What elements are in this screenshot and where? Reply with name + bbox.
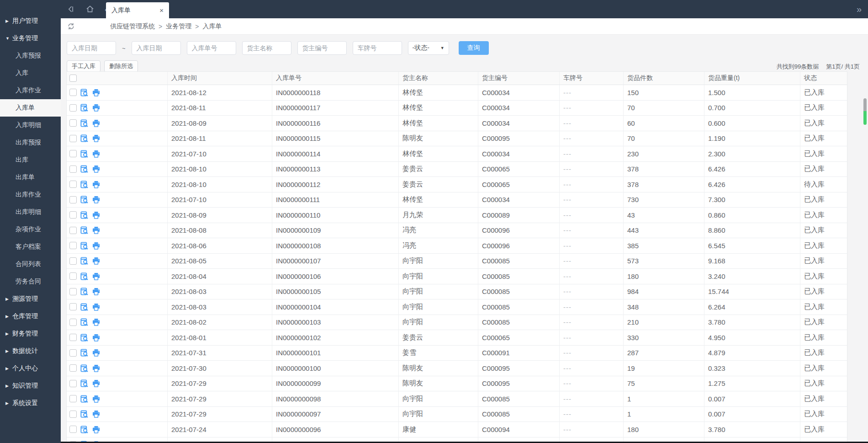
row-checkbox[interactable] — [69, 334, 77, 341]
sidebar-item[interactable]: 出库作业 — [0, 186, 61, 203]
view-detail-icon[interactable] — [80, 410, 89, 418]
scrollbar-thumb[interactable] — [863, 98, 867, 111]
print-icon[interactable] — [92, 134, 101, 143]
sidebar-item[interactable]: ▶ 数据统计 — [0, 342, 61, 360]
print-icon[interactable] — [92, 226, 101, 235]
view-detail-icon[interactable] — [80, 379, 89, 388]
row-checkbox[interactable] — [69, 303, 77, 310]
view-detail-icon[interactable] — [80, 195, 89, 204]
print-icon[interactable] — [92, 256, 101, 265]
sidebar-item[interactable]: ▶ 用户管理 — [0, 12, 61, 30]
back-to-start-icon[interactable] — [66, 5, 75, 14]
sidebar-item[interactable]: ▶ 个人中心 — [0, 360, 61, 377]
view-detail-icon[interactable] — [80, 103, 89, 112]
date-to-input[interactable] — [132, 41, 181, 55]
row-checkbox[interactable] — [69, 380, 77, 387]
row-checkbox[interactable] — [69, 135, 77, 142]
scroll-tabs-right-icon[interactable]: » — [857, 5, 862, 14]
print-icon[interactable] — [92, 395, 101, 403]
sidebar-item[interactable]: ▶ 溯源管理 — [0, 290, 61, 308]
print-icon[interactable] — [92, 149, 101, 158]
print-icon[interactable] — [92, 287, 101, 296]
view-detail-icon[interactable] — [80, 318, 89, 326]
row-checkbox[interactable] — [69, 150, 77, 157]
view-detail-icon[interactable] — [80, 256, 89, 265]
print-icon[interactable] — [92, 364, 101, 373]
sidebar-item[interactable]: 出库 — [0, 151, 61, 169]
manual-inbound-button[interactable]: 手工入库 — [67, 60, 101, 72]
view-detail-icon[interactable] — [80, 287, 89, 296]
print-icon[interactable] — [92, 348, 101, 357]
sidebar-item[interactable]: 入库单 — [0, 99, 61, 117]
row-checkbox[interactable] — [69, 426, 77, 433]
search-button[interactable]: 查询 — [459, 41, 489, 55]
print-icon[interactable] — [92, 88, 101, 97]
row-checkbox[interactable] — [69, 89, 77, 96]
status-select[interactable]: -状态- ▼ — [408, 41, 449, 55]
view-detail-icon[interactable] — [80, 165, 89, 173]
row-checkbox[interactable] — [69, 349, 77, 357]
row-checkbox[interactable] — [69, 257, 77, 265]
print-icon[interactable] — [92, 211, 101, 219]
sidebar-item[interactable]: ▶ 知识管理 — [0, 377, 61, 395]
view-detail-icon[interactable] — [80, 303, 89, 311]
tab-inbound-orders[interactable]: 入库单 × — [106, 2, 169, 18]
select-all-checkbox[interactable] — [69, 75, 77, 82]
owner-name-input[interactable] — [242, 41, 291, 55]
view-detail-icon[interactable] — [80, 119, 89, 128]
sidebar-item[interactable]: 入库明细 — [0, 117, 61, 134]
view-detail-icon[interactable] — [80, 333, 89, 342]
row-checkbox[interactable] — [69, 196, 77, 203]
refresh-icon[interactable] — [67, 22, 75, 31]
delete-selected-button[interactable]: 删除所选 — [104, 60, 138, 72]
print-icon[interactable] — [92, 333, 101, 342]
row-checkbox[interactable] — [69, 288, 77, 295]
view-detail-icon[interactable] — [80, 425, 89, 434]
print-icon[interactable] — [92, 165, 101, 173]
sidebar-item[interactable]: 杂项作业 — [0, 221, 61, 238]
sidebar-item[interactable]: 入库预报 — [0, 47, 61, 64]
sidebar-item[interactable]: ▶ 财务管理 — [0, 325, 61, 342]
view-detail-icon[interactable] — [80, 364, 89, 373]
view-detail-icon[interactable] — [80, 348, 89, 357]
view-detail-icon[interactable] — [80, 241, 89, 250]
row-checkbox[interactable] — [69, 227, 77, 234]
print-icon[interactable] — [92, 410, 101, 418]
print-icon[interactable] — [92, 303, 101, 311]
row-checkbox[interactable] — [69, 165, 77, 173]
plate-no-input[interactable] — [353, 41, 402, 55]
row-checkbox[interactable] — [69, 411, 77, 418]
print-icon[interactable] — [92, 180, 101, 189]
sidebar-item[interactable]: ▶ 仓库管理 — [0, 308, 61, 325]
print-icon[interactable] — [92, 119, 101, 128]
vertical-scrollbar[interactable] — [863, 98, 867, 125]
row-checkbox[interactable] — [69, 242, 77, 249]
row-checkbox[interactable] — [69, 181, 77, 188]
sidebar-item[interactable]: 出库预报 — [0, 134, 61, 151]
view-detail-icon[interactable] — [80, 149, 89, 158]
row-checkbox[interactable] — [69, 395, 77, 402]
print-icon[interactable] — [92, 425, 101, 434]
sidebar-item[interactable]: 入库 — [0, 64, 61, 82]
sidebar-item[interactable]: ▼ 业务管理 — [0, 30, 61, 47]
sidebar-item[interactable]: 出库单 — [0, 169, 61, 186]
home-icon[interactable] — [85, 5, 95, 14]
view-detail-icon[interactable] — [80, 211, 89, 219]
sidebar-item[interactable]: 出库明细 — [0, 203, 61, 221]
row-checkbox[interactable] — [69, 119, 77, 127]
row-checkbox[interactable] — [69, 211, 77, 219]
row-checkbox[interactable] — [69, 272, 77, 280]
print-icon[interactable] — [92, 195, 101, 204]
breadcrumb-business[interactable]: 业务管理 — [166, 22, 191, 31]
print-icon[interactable] — [92, 272, 101, 281]
view-detail-icon[interactable] — [80, 134, 89, 143]
sidebar-item[interactable]: 客户档案 — [0, 238, 61, 256]
sidebar-item[interactable]: 合同列表 — [0, 256, 61, 273]
view-detail-icon[interactable] — [80, 180, 89, 189]
sidebar-item[interactable]: ▶ 系统设置 — [0, 395, 61, 412]
tab-close-icon[interactable]: × — [159, 6, 164, 14]
order-no-input[interactable] — [187, 41, 236, 55]
view-detail-icon[interactable] — [80, 395, 89, 403]
row-checkbox[interactable] — [69, 364, 77, 372]
date-from-input[interactable] — [67, 41, 116, 55]
